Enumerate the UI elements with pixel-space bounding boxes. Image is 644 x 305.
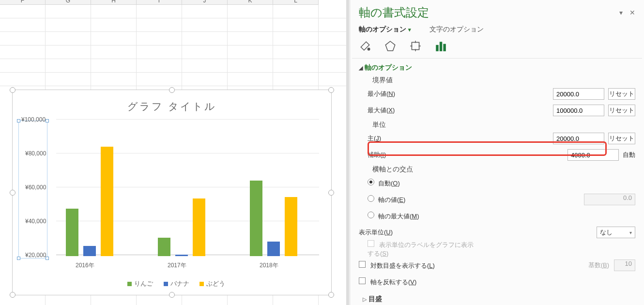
bar[interactable] [250,181,262,256]
pane-title: 軸の書式設定 [359,5,429,20]
resize-handle[interactable] [328,87,334,93]
legend-label: りんご [134,280,153,287]
svg-rect-4 [440,42,442,51]
cross-max-radio[interactable] [368,212,374,218]
min-label: 最小値(N) [359,90,478,98]
col-header[interactable]: I [137,0,182,5]
cross-auto-radio[interactable] [368,179,374,185]
format-category-icons [350,35,644,58]
y-tick: ¥80,000 [25,150,46,157]
bar[interactable] [158,238,170,257]
show-unit-label-checkbox [368,240,374,247]
cross-auto-label: 自動(O) [378,180,400,187]
effects-icon[interactable] [384,40,397,52]
resize-handle[interactable] [10,190,15,196]
resize-handle[interactable] [10,292,15,298]
legend-swatch-icon [199,282,204,286]
x-category-label: 2017年 [168,261,186,270]
svg-marker-1 [385,41,395,51]
show-unit-label-text: 表示単位のラベルをグラフに表示する(S) [368,241,474,257]
legend-label: ぶどう [206,280,225,287]
bar[interactable] [101,147,113,256]
minor-auto-label: 自動 [623,151,635,159]
section-ticks[interactable]: ▷目盛 [359,290,635,305]
chevron-down-icon: ▾ [408,27,411,32]
section-axis-options[interactable]: ◢軸のオプション [359,59,635,74]
bar[interactable] [83,246,96,256]
bar[interactable] [285,197,297,257]
x-category-label: 2018年 [260,261,278,270]
group-units-label: 単位 [359,119,635,130]
cross-value-label: 軸の値(E) [378,196,405,203]
size-icon[interactable] [409,40,422,52]
col-header[interactable]: G [46,0,91,5]
legend-swatch-icon [127,282,132,286]
chart-legend[interactable]: りんご バナナ ぶどう [13,279,331,288]
y-tick: ¥60,000 [25,184,46,191]
max-input[interactable] [553,105,604,116]
log-scale-checkbox[interactable] [359,261,366,268]
svg-point-0 [368,48,369,50]
spreadsheet-area: F G H I J K L グラフ タイトル [0,0,346,305]
y-tick: ¥40,000 [25,218,46,225]
reverse-axis-label: 軸を反転する(V) [370,278,416,286]
bar[interactable] [193,198,205,256]
bar[interactable] [267,242,280,256]
reverse-axis-checkbox[interactable] [359,277,366,284]
y-tick: ¥100,000 [21,116,46,123]
group-cross-label: 横軸との交点 [359,163,635,175]
close-icon[interactable]: ✕ [629,9,635,16]
resize-handle[interactable] [169,87,175,93]
min-input[interactable] [553,88,604,100]
legend-swatch-icon [164,282,168,286]
chart-title[interactable]: グラフ タイトル [13,100,331,113]
resize-handle[interactable] [328,292,334,298]
bar[interactable] [175,255,188,257]
col-header[interactable]: F [0,0,46,5]
col-header[interactable]: J [182,0,228,5]
col-header[interactable]: L [273,0,319,5]
format-axis-pane: 軸の書式設定 ▾ ✕ 軸のオプション ▾ 文字のオプション ◢軸のオプション 境… [350,0,644,305]
legend-label: バナナ [170,280,189,287]
cross-value-radio[interactable] [368,195,374,202]
display-units-select[interactable]: なし▾ [597,227,635,238]
reset-major-button[interactable]: リセット [608,133,635,144]
tab-axis-options[interactable]: 軸のオプション ▾ [359,25,413,33]
x-category-label: 2016年 [76,261,94,270]
display-units-label: 表示単位(U) [359,228,478,237]
svg-rect-5 [443,44,445,51]
svg-rect-2 [412,42,419,49]
col-header[interactable]: K [228,0,273,5]
resize-handle[interactable] [328,190,334,196]
cross-max-label: 軸の最大値(M) [378,213,419,220]
resize-handle[interactable] [10,87,15,93]
axis-options-icon[interactable] [434,40,447,52]
pane-divider[interactable] [346,0,349,305]
reset-max-button[interactable]: リセット [608,105,635,116]
log-scale-label: 対数目盛を表示する(L) [370,262,435,269]
group-bounds-label: 境界値 [359,74,635,86]
highlight-major-unit [368,141,607,156]
chevron-down-icon: ▾ [629,230,632,235]
max-label: 最大値(X) [359,106,478,115]
base-input: 10 [614,259,635,271]
chevron-down-icon[interactable]: ▾ [619,9,623,16]
column-headers: F G H I J K L [0,0,346,5]
col-header[interactable]: H [91,0,137,5]
svg-rect-3 [436,45,438,51]
bar[interactable] [66,209,78,256]
chart-object[interactable]: グラフ タイトル ¥100,000 ¥80,000 ¥60,000 ¥40,00… [12,90,332,295]
reset-min-button[interactable]: リセット [608,88,635,100]
plot-area[interactable]: ¥100,000 ¥80,000 ¥60,000 ¥40,000 ¥20,000… [56,119,319,256]
fill-icon[interactable] [359,40,371,52]
base-label: 基数(B) [588,261,609,270]
y-tick: ¥20,000 [25,252,46,259]
cross-value-input: 0.0 [584,194,635,205]
tab-text-options[interactable]: 文字のオプション [429,25,484,33]
resize-handle[interactable] [169,292,175,298]
